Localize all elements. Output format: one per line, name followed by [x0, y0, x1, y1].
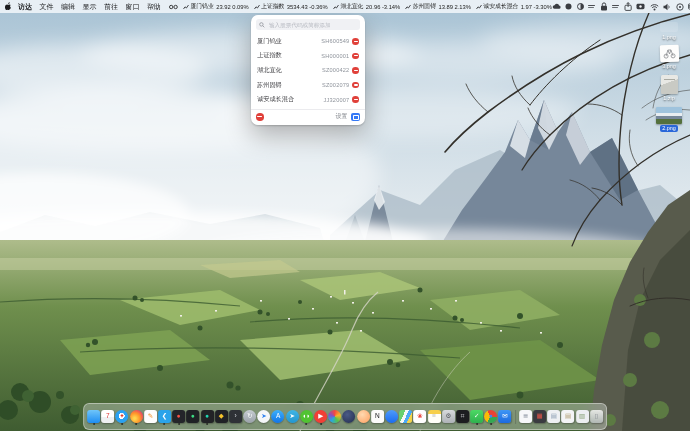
stock-ticker-strip: 厦门钨业 23.92 0.09% 上证指数 3534.43 -0.36% 湖北宜… — [169, 2, 552, 11]
remove-stock-button[interactable] — [352, 38, 359, 45]
lock-icon[interactable] — [600, 2, 608, 11]
ticker-price: 3534.43 — [287, 4, 308, 10]
wifi-icon[interactable] — [650, 3, 659, 11]
desktop-screen: 访达 文件 编辑 显示 前往 窗口 帮助 厦门钨业 23.92 0.09% 上证… — [0, 0, 690, 431]
dock-icon-settings[interactable]: ⚙ — [442, 410, 455, 423]
dock-icon-doc-1[interactable]: ≣ — [519, 410, 532, 423]
ide-dark-1-glyph: ● — [177, 413, 181, 420]
stock-app-icon[interactable] — [169, 4, 178, 10]
dock-icon-maps[interactable] — [399, 410, 412, 423]
control-center-icon[interactable] — [676, 3, 684, 11]
menu-view[interactable]: 显示 — [83, 2, 97, 12]
dock-icon-trash[interactable]: ▯ — [590, 410, 603, 423]
file-icon-sketch-image — [659, 45, 679, 63]
dock-icon-finder[interactable] — [87, 410, 100, 423]
watchlist-row[interactable]: 苏州固锝 SZ002079 — [251, 78, 365, 93]
dock-icon-wechat[interactable]: ◖◗ — [300, 410, 313, 423]
dark-circle-app-icon[interactable] — [565, 3, 572, 10]
watchlist-row[interactable]: 上证指数 SH000001 — [251, 49, 365, 64]
dock-icon-app-store[interactable]: A — [272, 410, 285, 423]
pencil-app-glyph: ✎ — [148, 413, 153, 420]
dock-icon-ide-dark-3[interactable]: ● — [201, 410, 214, 423]
remove-mode-button[interactable] — [256, 113, 264, 121]
apple-menu-icon[interactable] — [5, 2, 13, 11]
keyboard-toggle-button[interactable] — [351, 113, 361, 121]
dock-icon-doc-2[interactable]: ▤ — [547, 410, 560, 423]
dock-icon-mail-blue[interactable]: ✉ — [499, 410, 512, 423]
dock-icon-pinwheel[interactable] — [328, 410, 341, 423]
menu-help[interactable]: 帮助 — [147, 2, 161, 12]
menu-go[interactable]: 前往 — [104, 2, 118, 12]
desktop-file[interactable]: 2.png — [656, 107, 682, 132]
menubar-ticker[interactable]: 上证指数 3534.43 -0.36% — [254, 2, 328, 11]
dock-icon-navy-app[interactable] — [343, 410, 356, 423]
dock-icon-notion[interactable]: N — [371, 410, 384, 423]
desktop-file[interactable]: 1.png — [660, 22, 678, 40]
dock-icon-terminal[interactable]: › — [229, 410, 242, 423]
file-label: 1.png — [660, 34, 678, 40]
vscode-glyph: ❮ — [162, 413, 167, 420]
menubar-ticker[interactable]: 湖北宜化 20.96 -3.14% — [333, 2, 401, 11]
dock-icon-doc-4[interactable]: ▥ — [576, 410, 589, 423]
ticker-change: -0.36% — [309, 4, 327, 10]
dock-icon-firefox[interactable] — [130, 410, 143, 423]
desktop-file[interactable]: 3.png — [660, 45, 679, 70]
ticker-price: 1.97 — [521, 4, 532, 10]
ticker-name: 湖北宜化 — [340, 2, 363, 11]
dock-icon-safari[interactable]: ✦ — [116, 410, 129, 423]
volume-icon[interactable] — [663, 3, 671, 11]
menu-file[interactable]: 文件 — [40, 2, 54, 12]
dock-icon-gray-utility[interactable]: ↻ — [243, 410, 256, 423]
dock-icon-telegram[interactable]: ➤ — [286, 410, 299, 423]
remove-stock-button[interactable] — [352, 96, 359, 103]
menu-edit[interactable]: 编辑 — [61, 2, 75, 12]
dock-icon-vscode[interactable]: ❮ — [158, 410, 171, 423]
settings-button[interactable]: 设置 — [336, 112, 348, 121]
share-upload-icon[interactable] — [624, 2, 632, 11]
doc-3-glyph: ▤ — [565, 413, 571, 420]
dock-icon-notes[interactable]: ≡ — [428, 410, 441, 423]
green-app-glyph: ✓ — [474, 413, 479, 420]
watchlist-row[interactable]: 厦门钨业 SH600549 — [251, 34, 365, 49]
stats-text[interactable] — [588, 5, 595, 9]
dock-icon-doc-3[interactable]: ▤ — [562, 410, 575, 423]
remove-stock-button[interactable] — [352, 67, 359, 74]
dock-icon-blue-msg[interactable] — [385, 410, 398, 423]
dock-icon-green-app[interactable]: ✓ — [470, 410, 483, 423]
half-circle-app-icon[interactable] — [577, 3, 584, 10]
safari-glyph: ✦ — [119, 413, 124, 420]
menubar-ticker[interactable]: 苏州固锝 13.89 2.13% — [405, 2, 471, 11]
stock-search-input[interactable] — [267, 21, 357, 29]
dock-icon-black-app[interactable]: ⌗ — [456, 410, 469, 423]
screen-record-icon[interactable] — [636, 3, 645, 10]
dock-icon-chrome[interactable]: ● — [484, 410, 497, 423]
dock-icon-ide-dark-4[interactable]: ◆ — [215, 410, 228, 423]
chart-icon — [333, 4, 339, 10]
dock-icon-browser-arrow[interactable]: ➤ — [257, 410, 270, 423]
menu-bar: 访达 文件 编辑 显示 前往 窗口 帮助 厦门钨业 23.92 0.09% 上证… — [0, 0, 690, 13]
remove-stock-button[interactable] — [352, 53, 359, 60]
menu-app-name[interactable]: 访达 — [18, 2, 32, 12]
stock-code: SH000001 — [321, 53, 349, 59]
dock-icon-potplayer[interactable]: ▶ — [314, 410, 327, 423]
dock-icon-calendar[interactable]: 7 — [101, 410, 114, 423]
menubar-ticker[interactable]: 厦门钨业 23.92 0.09% — [183, 2, 249, 11]
ticker-change: -3.14% — [382, 4, 400, 10]
menubar-ticker[interactable]: 诚安成长混合 1.97 -3.30% — [476, 2, 552, 11]
dock-icon-pencil-app[interactable]: ✎ — [144, 410, 157, 423]
watchlist-row[interactable]: 湖北宜化 SZ000422 — [251, 63, 365, 78]
file-label: 3.png — [660, 63, 678, 69]
desktop-file[interactable]: 1.zip — [661, 75, 678, 102]
terminal-glyph: › — [234, 413, 236, 420]
dock-icon-doc-dark[interactable]: ▦ — [533, 410, 546, 423]
dock-icon-photos[interactable]: ❀ — [413, 410, 426, 423]
cloud-app-icon[interactable] — [552, 3, 561, 10]
net-speed-text[interactable] — [612, 5, 619, 9]
dock-icon-ide-dark-1[interactable]: ● — [172, 410, 185, 423]
watchlist-row[interactable]: 诚安成长混合 JJ320007 — [251, 92, 365, 107]
dock-icon-ide-dark-2[interactable]: ● — [186, 410, 199, 423]
app-menus: 访达 文件 编辑 显示 前往 窗口 帮助 — [18, 2, 161, 12]
menu-window[interactable]: 窗口 — [126, 2, 140, 12]
remove-stock-button[interactable] — [352, 82, 359, 89]
dock-icon-peach-app[interactable] — [357, 410, 370, 423]
